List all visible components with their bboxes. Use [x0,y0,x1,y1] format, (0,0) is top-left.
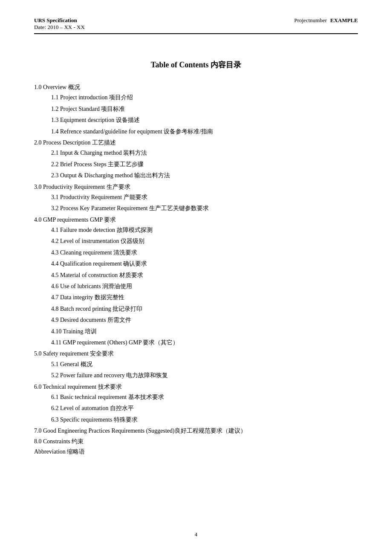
header-right: Projectnumber EXAMPLE [294,17,358,24]
toc-list: 1.0 Overview 概况1.1 Project introduction … [34,83,358,457]
toc-item: 4.3 Cleaning requirement 清洗要求 [51,248,358,257]
toc-item: Abbreviation 缩略语 [34,447,358,457]
toc-item: 6.2 Level of automation 自控水平 [51,404,358,413]
header: URS Specification Date: 2010 – XX - XX P… [34,17,358,31]
header-left: URS Specification Date: 2010 – XX - XX [34,17,85,31]
toc-item: 4.10 Training 培训 [51,327,358,336]
toc-item: 4.8 Batch record printing 批记录打印 [51,304,358,314]
page-number: 4 [195,531,198,538]
toc-item: 4.7 Data integrity 数据完整性 [51,293,358,302]
toc-item: 4.2 Level of instrumentation 仪器级别 [51,237,358,246]
toc-item: 1.2 Project Standard 项目标准 [51,104,358,114]
toc-item: 6.0 Technical requirement 技术要求 [34,382,358,392]
toc-item: 1.4 Refrence standard/guideline for equi… [51,127,358,136]
page: URS Specification Date: 2010 – XX - XX P… [0,0,392,555]
toc-item: 2.0 Process Description 工艺描述 [34,138,358,147]
footer: 4 [0,531,392,538]
toc-item: 6.3 Specific requirements 特殊要求 [51,415,358,425]
toc-item: 3.2 Process Key Parameter Requirement 生产… [51,204,358,213]
toc-item: 7.0 Good Engineering Practices Requireme… [34,426,358,436]
toc-item: 5.1 General 概况 [51,360,358,369]
toc-item: 1.1 Project introduction 项目介绍 [51,93,358,102]
toc-item: 6.1 Basic technical requirement 基本技术要求 [51,393,358,402]
toc-item: 4.5 Material of construction 材质要求 [51,271,358,280]
toc-item: 3.0 Productivity Requirement 生产要求 [34,182,358,192]
toc-item: 4.0 GMP requirements GMP 要求 [34,215,358,225]
project-label: Projectnumber [294,17,327,24]
header-date: Date: 2010 – XX - XX [34,24,85,31]
toc-item: 2.3 Output & Discharging method 输出出料方法 [51,171,358,180]
toc-item: 4.1 Failure mode detection 故障模式探测 [51,225,358,235]
toc-item: 1.3 Equipment description 设备描述 [51,116,358,125]
toc-item: 4.9 Desired documents 所需文件 [51,315,358,325]
toc-item: 4.11 GMP requirement (Others) GMP 要求（其它） [51,338,358,347]
toc-item: 5.0 Safety requirement 安全要求 [34,349,358,358]
toc-item: 1.0 Overview 概况 [34,83,358,92]
toc-item: 5.2 Power failure and recovery 电力故障和恢复 [51,371,358,380]
toc-title: Table of Contents 内容目录 [34,60,358,70]
header-title: URS Specification [34,17,85,24]
toc-item: 4.6 Use of lubricants 润滑油使用 [51,282,358,291]
toc-item: 8.0 Constraints 约束 [34,437,358,446]
urs-title: URS Specification [34,17,77,23]
toc-item: 2.2 Brief Process Steps 主要工艺步骤 [51,160,358,169]
toc-item: 3.1 Productivity Requirement 产能要求 [51,193,358,202]
toc-item: 2.1 Input & Charging method 装料方法 [51,148,358,158]
header-divider [34,33,358,34]
toc-item: 4.4 Qualification requirement 确认要求 [51,259,358,269]
project-value: EXAMPLE [330,17,358,24]
